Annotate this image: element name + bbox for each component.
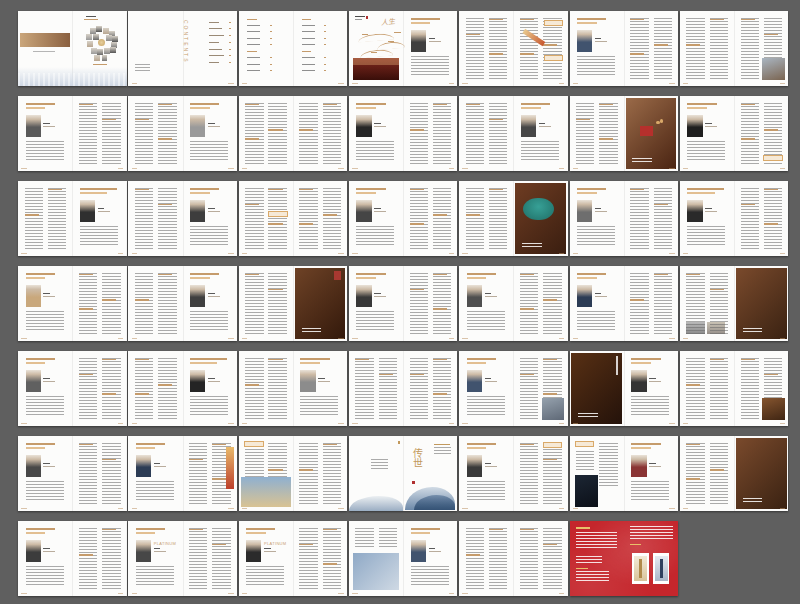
city-skyline-article-spread-38[interactable] <box>239 436 348 511</box>
article-pencil-spread-5[interactable] <box>459 11 568 86</box>
highlight-box <box>244 441 264 447</box>
text-column <box>520 528 538 590</box>
advisor-profile-spread-26[interactable] <box>459 266 568 341</box>
collage-portrait <box>94 55 100 61</box>
article-photo-spread-35[interactable] <box>680 351 789 426</box>
contents-list-spread-3[interactable] <box>239 11 348 86</box>
advisor-profile-spread-15[interactable] <box>18 181 127 256</box>
page-number-left <box>21 508 26 509</box>
business-photo-profile-spread-46[interactable] <box>349 521 458 596</box>
advisor-profile-spread-8[interactable] <box>18 96 127 171</box>
advisor-profile-spread-31[interactable] <box>239 351 348 426</box>
article-photo-spread-7[interactable] <box>680 11 789 86</box>
toc-page-number <box>229 28 231 29</box>
red-seal <box>412 481 415 484</box>
toc-page-number <box>324 64 326 65</box>
advisor-profile-spread-23[interactable] <box>128 266 237 341</box>
page-number-left <box>352 338 357 339</box>
text-column <box>299 528 317 590</box>
page-number-left <box>573 423 578 424</box>
advisor-profile-spread-12[interactable] <box>459 96 568 171</box>
subheading <box>710 469 724 471</box>
subheading <box>102 459 116 461</box>
profile-heading <box>631 443 660 445</box>
spread-spine <box>293 181 294 256</box>
page-number-left <box>21 423 26 424</box>
subheading <box>212 444 226 446</box>
portrait-photo <box>687 115 702 138</box>
opening-article-spread-4[interactable]: 人生 <box>349 11 458 86</box>
advisor-name <box>43 293 50 294</box>
page-number-right <box>118 593 123 594</box>
hands-photo-spread-28[interactable] <box>680 266 789 341</box>
platinum-profile-spread-44[interactable]: PLATINUM <box>128 521 237 596</box>
advisor-profile-spread-9[interactable] <box>128 96 237 171</box>
spread-spine <box>72 351 73 426</box>
cufflink-photo-profile-spread-41[interactable] <box>570 436 679 511</box>
subheading <box>466 34 480 36</box>
subheading <box>741 19 755 21</box>
seal-and-rings-photo-spread-13[interactable] <box>570 96 679 171</box>
credentials-text <box>356 311 394 331</box>
page-number-left <box>573 338 578 339</box>
red-seal <box>640 126 653 136</box>
credentials-text <box>631 396 669 416</box>
advisor-profile-spread-40[interactable] <box>459 436 568 511</box>
credentials-text <box>26 141 64 161</box>
toc-entry <box>209 22 220 23</box>
profile-heading-line2 <box>190 107 210 109</box>
collage-portrait <box>86 34 92 40</box>
advisor-profile-spread-22[interactable] <box>18 266 127 341</box>
toc-entry <box>302 31 315 32</box>
text-column <box>599 443 617 488</box>
advisor-profile-spread-11[interactable] <box>349 96 458 171</box>
text-column <box>323 443 341 505</box>
advisor-profile-spread-33[interactable] <box>459 351 568 426</box>
advisor-profile-spread-6[interactable] <box>570 11 679 86</box>
article-text-spread-10[interactable] <box>239 96 348 171</box>
divider-intro-text <box>371 459 388 470</box>
advisor-profile-spread-21[interactable] <box>680 181 789 256</box>
contents-spread-2[interactable]: CONTENTS <box>128 11 237 86</box>
advisor-profile-spread-20[interactable] <box>570 181 679 256</box>
teal-bowl-photo-spread-19[interactable] <box>459 181 568 256</box>
red-product-back-spread-48[interactable] <box>570 521 679 596</box>
advisor-profile-spread-27[interactable] <box>570 266 679 341</box>
gift-hands-photo-spread-42[interactable] <box>680 436 789 511</box>
article-text-spread-47[interactable] <box>459 521 568 596</box>
toc-page-number <box>229 35 231 36</box>
subheading <box>520 53 534 55</box>
dark-hands-photo-spread-34[interactable] <box>570 351 679 426</box>
advisor-title <box>318 381 330 382</box>
advisor-profile-spread-18[interactable] <box>349 181 458 256</box>
subheading <box>630 19 644 21</box>
credentials-text <box>356 226 394 246</box>
publisher-block <box>135 64 150 72</box>
advisor-profile-spread-29[interactable] <box>18 351 127 426</box>
article-text-spread-17[interactable] <box>239 181 348 256</box>
spread-spine <box>513 11 514 86</box>
advisor-profile-spread-14[interactable] <box>680 96 789 171</box>
platinum-profile-spread-45[interactable]: PLATINUM <box>239 521 348 596</box>
toc-entry <box>247 44 260 45</box>
page-number-left <box>352 423 357 424</box>
gold-ring <box>656 121 659 124</box>
page-number-right <box>338 338 343 339</box>
advisor-profile-spread-43[interactable] <box>18 521 127 596</box>
advisor-profile-spread-30[interactable] <box>128 351 237 426</box>
cover-spread-1[interactable] <box>18 11 127 86</box>
instrument-photo-spread-24[interactable] <box>239 266 348 341</box>
profile-heading <box>521 103 550 105</box>
credentials-text <box>411 56 449 76</box>
page-number-left <box>132 253 137 254</box>
advisor-profile-spread-25[interactable] <box>349 266 458 341</box>
article-text-spread-32[interactable] <box>349 351 458 426</box>
page-number-left <box>352 83 357 84</box>
advisor-profile-spread-36[interactable] <box>18 436 127 511</box>
heritage-divider-spread-39[interactable]: 传世 <box>349 436 458 511</box>
text-column <box>741 103 759 165</box>
subheading <box>245 204 259 206</box>
advisor-profile-spread-37[interactable] <box>128 436 237 511</box>
advisor-profile-spread-16[interactable] <box>128 181 237 256</box>
credentials-text <box>190 311 228 331</box>
